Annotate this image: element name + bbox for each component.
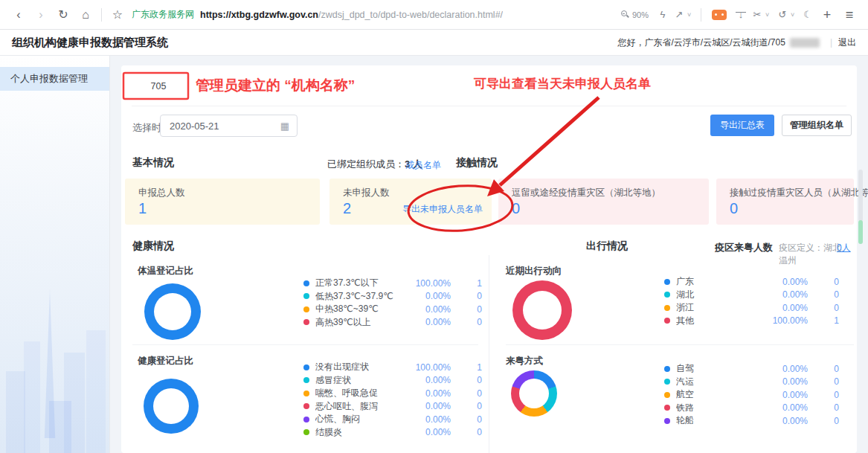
legend-label: 高热39℃以上 xyxy=(315,316,403,329)
legend-dot-icon xyxy=(664,418,670,424)
member-list-link[interactable]: 成员名单 xyxy=(405,159,441,172)
legend-label: 感冒症状 xyxy=(315,374,403,387)
legend-percent: 0.00% xyxy=(403,304,451,315)
logout-link[interactable]: 退出 xyxy=(838,36,856,49)
legend-dot-icon xyxy=(303,306,309,312)
export-undeclared-link[interactable]: 导出未申报人员名单 xyxy=(402,203,483,216)
chart-title: 来粤方式 xyxy=(506,355,543,367)
chart-title: 体温登记占比 xyxy=(138,265,193,277)
url-path: /zwdsj_dpd_to/dpd-to-web/declaration.htm… xyxy=(318,10,503,20)
legend-dot-icon xyxy=(664,279,670,285)
menu-icon[interactable]: ≡ xyxy=(838,0,861,30)
site-verified-label[interactable]: 广东政务服务网 xyxy=(132,8,194,21)
address-bar[interactable]: https://xtbg.gdzwfw.gov.cn/zwdsj_dpd_to/… xyxy=(200,10,503,20)
legend-dot-icon xyxy=(664,292,670,298)
night-mode-icon[interactable]: ☾ xyxy=(800,9,816,20)
legend-percent: 0.00% xyxy=(403,317,451,327)
legend-label: 航空 xyxy=(676,388,760,401)
scrollbar-thumb[interactable] xyxy=(858,170,863,222)
divider xyxy=(489,255,489,453)
legend-percent: 0.00% xyxy=(760,303,808,313)
legend-label: 没有出现症状 xyxy=(315,361,403,373)
new-tab-icon[interactable]: + xyxy=(816,0,838,30)
legend-count: 0 xyxy=(451,291,482,301)
legend-label: 中热38℃~39℃ xyxy=(315,303,403,315)
stat-label: 未申报人数 xyxy=(343,187,390,199)
legend-label: 汽运 xyxy=(676,376,760,388)
legend-dot-icon xyxy=(303,293,309,299)
legend-percent: 0.00% xyxy=(760,376,808,387)
legend-count: 0 xyxy=(451,317,482,327)
chart-legend: 没有出现症状100.00%1感冒症状0.00%0喘憋、呼吸急促0.00%0恶心呕… xyxy=(303,361,482,439)
home-icon[interactable]: ⌂ xyxy=(74,0,97,30)
chart-recent-travel: 近期出行动向 广东0.00%0湖北0.00%0浙江0.00%0其他100.00%… xyxy=(501,262,854,344)
city-skyline-illustration xyxy=(0,282,110,453)
scissors-dropdown-icon[interactable]: ˅ xyxy=(765,11,774,19)
legend-percent: 0.00% xyxy=(760,364,808,374)
forward-icon[interactable]: › xyxy=(30,0,52,30)
legend-item: 恶心呕吐、腹泻0.00%0 xyxy=(303,400,482,414)
legend-item: 其他100.00%1 xyxy=(664,315,839,328)
export-summary-button[interactable]: 导出汇总表 xyxy=(710,115,774,136)
legend-count: 1 xyxy=(808,315,839,326)
divider xyxy=(132,344,478,345)
gamepad-icon[interactable] xyxy=(712,10,727,20)
legend-item: 感冒症状0.00%0 xyxy=(303,374,482,388)
legend-percent: 0.00% xyxy=(403,388,451,399)
epidemic-arrivals-label: 疫区来粤人数 xyxy=(715,241,773,254)
download-icon[interactable]: ↓ xyxy=(733,9,749,20)
legend-percent: 0.00% xyxy=(403,291,451,301)
zoom-control[interactable]: 90% xyxy=(621,10,649,19)
refresh-icon[interactable]: ↻ xyxy=(52,0,74,30)
legend-percent: 0.00% xyxy=(760,277,808,287)
legend-dot-icon xyxy=(664,379,670,385)
legend-dot-icon xyxy=(303,391,309,396)
epidemic-arrivals-link[interactable]: 0人 xyxy=(837,242,851,254)
undo-icon[interactable]: ↺ xyxy=(774,9,791,20)
legend-dot-icon xyxy=(303,364,309,370)
stat-card-contacted-epidemic-person: 接触过疫情重灾区人员（从湖北等地返回） 0 xyxy=(716,179,854,225)
legend-dot-icon xyxy=(303,377,309,383)
date-picker-input[interactable]: 2020-05-21 ▦ xyxy=(160,115,298,137)
stat-value: 0 xyxy=(512,200,520,217)
chart-temperature-ratio: 体温登记占比 正常37.3℃以下100.00%1低热37.3℃~37.9℃0.0… xyxy=(132,262,482,344)
divider xyxy=(506,344,854,345)
legend-count: 0 xyxy=(808,277,839,287)
legend-count: 0 xyxy=(808,364,839,374)
sidebar-item-personal-declaration[interactable]: 个人申报数据管理 xyxy=(0,67,109,91)
legend-dot-icon xyxy=(664,405,670,411)
legend-dot-icon xyxy=(664,392,670,398)
legend-label: 湖北 xyxy=(676,289,760,301)
divider: | xyxy=(830,37,832,48)
bookmark-star-icon[interactable]: ☆ xyxy=(106,0,129,30)
date-value: 2020-05-21 xyxy=(170,121,280,132)
flash-icon[interactable]: ϟ xyxy=(655,9,671,20)
legend-label: 自驾 xyxy=(676,362,760,375)
legend-item: 结膜炎0.00%0 xyxy=(303,426,482,440)
legend-count: 0 xyxy=(451,401,482,411)
redacted-username xyxy=(790,38,820,48)
share-icon[interactable]: ↗ xyxy=(671,9,687,20)
chart-legend: 自驾0.00%0汽运0.00%0航空0.00%0铁路0.00%0轮船0.00%0 xyxy=(664,362,839,428)
legend-percent: 0.00% xyxy=(760,416,808,426)
section-title-health: 健康情况 xyxy=(132,240,174,253)
legend-item: 铁路0.00%0 xyxy=(664,402,839,415)
legend-item: 自驾0.00%0 xyxy=(664,362,839,376)
legend-label: 低热37.3℃~37.9℃ xyxy=(315,290,403,303)
divider xyxy=(701,8,701,22)
undo-dropdown-icon[interactable]: ˅ xyxy=(791,11,800,19)
manage-org-list-button[interactable]: 管理组织名单 xyxy=(782,115,852,136)
legend-label: 广东 xyxy=(676,275,760,288)
legend-count: 0 xyxy=(808,289,839,300)
legend-item: 中热38℃~39℃0.00%0 xyxy=(303,303,482,316)
legend-count: 0 xyxy=(808,402,839,413)
divider xyxy=(132,106,846,106)
legend-count: 0 xyxy=(808,303,839,313)
dashboard-card: 705 选择时间 2020-05-21 ▦ 导出汇总表 管理组织名单 基本情况 … xyxy=(121,65,857,453)
scissors-icon[interactable]: ✂ xyxy=(749,9,765,20)
stat-label: 接触过疫情重灾区人员（从湖北等地返回） xyxy=(730,187,868,199)
legend-percent: 0.00% xyxy=(760,390,808,400)
back-icon[interactable]: ‹ xyxy=(7,0,30,30)
share-dropdown-icon[interactable]: ˅ xyxy=(687,11,696,19)
legend-count: 1 xyxy=(451,278,482,289)
